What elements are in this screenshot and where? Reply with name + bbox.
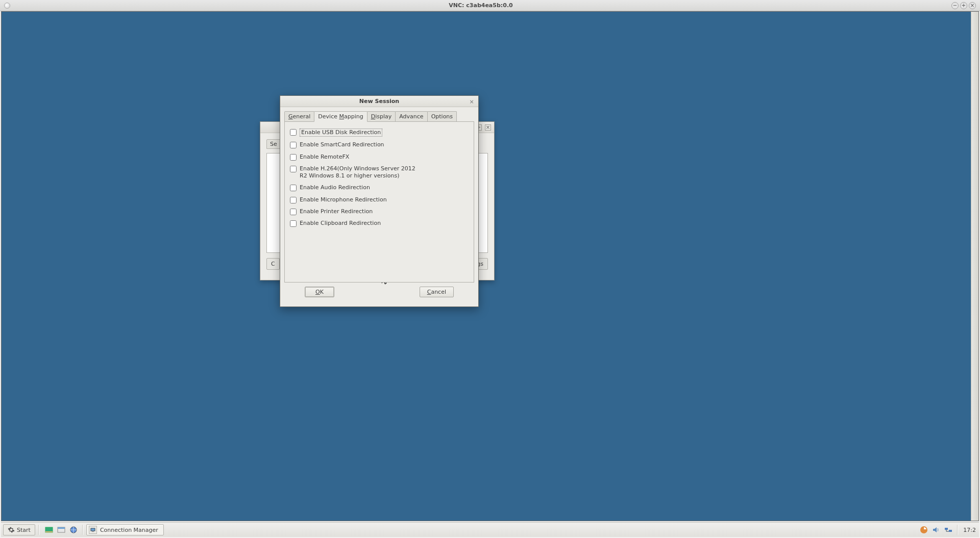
minimize-icon[interactable]: − (951, 2, 959, 9)
file-manager-icon[interactable] (56, 524, 67, 535)
network-icon[interactable] (944, 525, 953, 534)
label-usb-redirection: Enable USB Disk Redirection (300, 129, 382, 137)
svg-rect-1 (45, 531, 53, 532)
app-icon (89, 526, 97, 534)
label-printer-redirection: Enable Printer Redirection (300, 208, 373, 215)
checkbox-h264[interactable] (290, 166, 297, 172)
dialog-titlebar[interactable]: New Session × (280, 96, 478, 107)
gear-icon (8, 526, 15, 533)
checkbox-audio-redirection[interactable] (290, 185, 297, 191)
back-window-left-button[interactable]: C (266, 258, 280, 270)
tab-advance[interactable]: Advance (395, 111, 427, 121)
label-audio-redirection: Enable Audio Redirection (300, 184, 370, 191)
taskbar-clock[interactable]: 17:2 (962, 527, 977, 533)
window-menu-icon[interactable] (4, 3, 10, 9)
taskbar-separator-2 (82, 525, 83, 535)
tab-display[interactable]: Display (367, 111, 396, 121)
tab-general[interactable]: General (284, 111, 314, 121)
taskbar-item-label: Connection Manager (100, 527, 158, 533)
vertical-scrollbar[interactable] (971, 12, 978, 521)
device-mapping-panel: Enable USB Disk Redirection Enable Smart… (284, 121, 474, 283)
remote-desktop: + × Se C gs New Session × General Device… (1, 11, 979, 521)
svg-rect-6 (92, 531, 94, 532)
checkbox-printer-redirection[interactable] (290, 209, 297, 215)
tab-device-mapping[interactable]: Device Mapping (314, 111, 367, 122)
cancel-button[interactable]: Cancel (420, 287, 454, 297)
start-label: Start (17, 527, 31, 533)
back-window-close-icon[interactable]: × (485, 124, 491, 131)
back-window-tab-stub[interactable]: Se (266, 139, 281, 149)
tab-options[interactable]: Options (427, 111, 457, 121)
dialog-close-icon[interactable]: × (468, 98, 475, 105)
outer-window-title: VNC: c3ab4ea5b:0.0 (10, 2, 951, 9)
label-h264: Enable H.264(Only Windows Server 2012 R2… (300, 165, 417, 180)
checkbox-remotefx[interactable] (290, 154, 297, 161)
checkbox-microphone-redirection[interactable] (290, 197, 297, 203)
checkbox-smartcard-redirection[interactable] (290, 142, 297, 148)
tray-separator (957, 525, 958, 535)
new-session-dialog: New Session × General Device Mapping Dis… (280, 95, 479, 307)
dialog-tabs: General Device Mapping Display Advance O… (284, 111, 474, 121)
browser-icon[interactable] (68, 524, 79, 535)
tab-general-rest: eneral (293, 113, 311, 120)
svg-rect-5 (91, 528, 95, 531)
ok-button[interactable]: OK (305, 287, 334, 297)
svg-rect-9 (949, 530, 952, 532)
close-icon[interactable]: × (969, 2, 976, 9)
svg-rect-3 (58, 527, 65, 529)
show-desktop-icon[interactable] (43, 524, 55, 535)
dialog-title: New Session (280, 98, 478, 105)
label-microphone-redirection: Enable Microphone Redirection (300, 196, 387, 203)
label-smartcard-redirection: Enable SmartCard Redirection (300, 141, 384, 148)
taskbar: Start Connection Manager 17:2 (1, 522, 979, 537)
svg-rect-8 (945, 528, 948, 530)
taskbar-item-connection-manager[interactable]: Connection Manager (86, 524, 164, 535)
checkbox-usb-redirection[interactable] (290, 129, 297, 136)
volume-icon[interactable] (932, 525, 941, 534)
label-remotefx: Enable RemoteFX (300, 153, 349, 161)
start-button[interactable]: Start (3, 524, 35, 535)
quick-launch (43, 524, 79, 535)
outer-window-titlebar: VNC: c3ab4ea5b:0.0 − + × (0, 0, 980, 11)
label-clipboard-redirection: Enable Clipboard Redirection (300, 220, 381, 227)
update-icon[interactable] (919, 525, 928, 534)
taskbar-separator (38, 525, 39, 535)
system-tray: 17:2 (919, 525, 977, 535)
checkbox-clipboard-redirection[interactable] (290, 220, 297, 227)
maximize-icon[interactable]: + (960, 2, 967, 9)
